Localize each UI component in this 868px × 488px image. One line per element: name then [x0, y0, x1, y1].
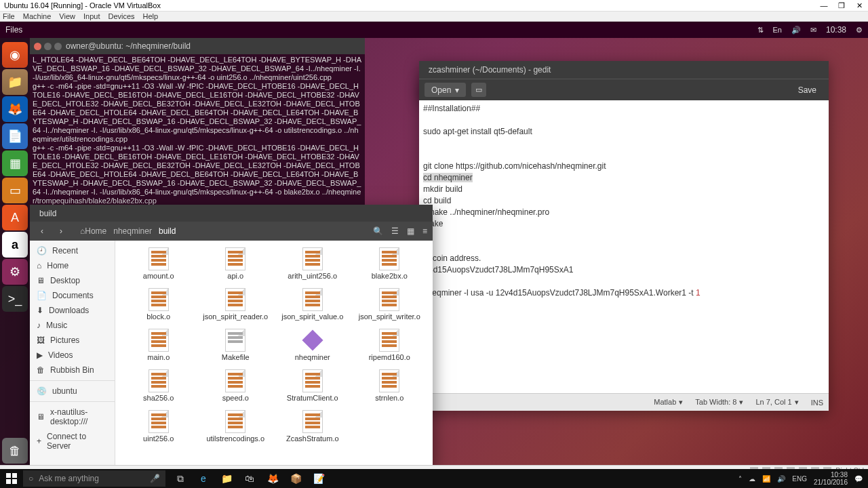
amazon-icon[interactable]: a — [2, 232, 28, 258]
file-item[interactable]: arith_uint256.o — [275, 247, 351, 287]
file-item[interactable]: StratumClient.o — [275, 369, 351, 409]
nautilus-grid[interactable]: amount.oapi.oarith_uint256.oblake2bx.obl… — [115, 241, 433, 469]
terminal-icon[interactable]: >_ — [2, 286, 28, 312]
settings-icon[interactable]: ⚙ — [2, 259, 28, 285]
file-item[interactable]: Makefile — [198, 329, 274, 368]
nautilus-window[interactable]: build ‹ › ⌂Home nheqminer build 🔍 ☰ ▦ ≡ … — [30, 205, 433, 469]
file-item[interactable]: api.o — [198, 247, 274, 287]
explorer-icon[interactable]: 📁 — [217, 469, 236, 488]
file-item[interactable]: ZcashStratum.o — [275, 410, 351, 449]
file-item[interactable]: speed.o — [198, 369, 274, 409]
file-item[interactable]: nheqminer — [275, 329, 351, 368]
clock[interactable]: 10:38 — [826, 25, 846, 35]
menu-file[interactable]: File — [3, 12, 15, 20]
menu-machine[interactable]: Machine — [23, 12, 52, 20]
nautilus-sidebar: 🕘Recent⌂Home🖥Desktop📄Documents⬇Downloads… — [30, 241, 115, 469]
writer-icon[interactable]: 📄 — [2, 123, 28, 149]
menu-devices[interactable]: Devices — [108, 12, 134, 20]
software-icon[interactable]: A — [2, 205, 28, 230]
back-button[interactable]: ‹ — [35, 226, 49, 236]
file-item[interactable]: json_spirit_value.o — [275, 288, 351, 327]
task-view-icon[interactable]: ⧉ — [171, 469, 190, 488]
tray-volume-icon[interactable]: 🔊 — [777, 475, 785, 483]
terminal-window[interactable]: owner@ubuntu: ~/nheqminer/build L_HTOLE6… — [30, 38, 365, 221]
volume-icon[interactable]: 🔊 — [791, 26, 801, 35]
trash-icon[interactable]: 🗑 — [2, 438, 28, 464]
calc-icon[interactable]: ▦ — [2, 150, 28, 176]
sidebar-item[interactable]: ⬇Downloads — [30, 303, 115, 318]
tray-chevron-icon[interactable]: ˄ — [738, 475, 742, 483]
file-item[interactable]: block.o — [121, 288, 197, 327]
notepad-icon[interactable]: 📝 — [309, 469, 328, 488]
sidebar-item[interactable]: 📄Documents — [30, 288, 115, 303]
file-item[interactable]: strnlen.o — [352, 369, 428, 409]
impress-icon[interactable]: ▭ — [2, 178, 28, 203]
dash-icon[interactable]: ◉ — [2, 42, 28, 68]
gedit-editor[interactable]: ##Installation## sudo apt-get install qt… — [419, 100, 829, 393]
terminal-output[interactable]: L_HTOLE64 -DHAVE_DECL_BE64TOH -DHAVE_DEC… — [30, 54, 365, 221]
file-item[interactable]: ripemd160.o — [352, 329, 428, 368]
file-item[interactable]: main.o — [121, 329, 197, 368]
firefox-taskbar-icon[interactable]: 🦊 — [263, 469, 282, 488]
sidebar-item[interactable]: 🖥x-nautilus-desktop:/// — [30, 405, 115, 429]
virtualbox-taskbar-icon[interactable]: 📦 — [286, 469, 305, 488]
tray-lang[interactable]: ENG — [792, 475, 807, 483]
files-icon[interactable]: 📁 — [2, 69, 28, 95]
tray-clock[interactable]: 10:3821/10/2016 — [814, 471, 848, 486]
sidebar-item[interactable]: 🕘Recent — [30, 243, 115, 258]
menu-help[interactable]: Help — [143, 12, 159, 20]
sidebar-item[interactable]: ▶Videos — [30, 348, 115, 363]
file-item[interactable]: json_spirit_reader.o — [198, 288, 274, 327]
file-item[interactable]: sha256.o — [121, 369, 197, 409]
menu-view[interactable]: View — [59, 12, 75, 20]
notification-icon[interactable]: 💬 — [854, 475, 863, 483]
minimize-icon[interactable] — [44, 43, 52, 50]
file-icon — [302, 329, 323, 352]
crumb-build[interactable]: build — [159, 226, 176, 236]
gear-icon[interactable]: ⚙ — [856, 26, 863, 35]
view-grid-icon[interactable]: ▦ — [407, 226, 414, 236]
mail-icon[interactable]: ✉ — [810, 26, 816, 35]
window-maximize[interactable]: ❐ — [837, 1, 846, 10]
status-tabwidth[interactable]: Tab Width: 8 ▾ — [695, 398, 743, 407]
store-icon[interactable]: 🛍 — [240, 469, 259, 488]
maximize-icon[interactable] — [54, 43, 62, 50]
file-item[interactable]: json_spirit_writer.o — [352, 288, 428, 327]
network-icon[interactable]: ⇅ — [757, 26, 764, 35]
file-item[interactable]: amount.o — [121, 247, 197, 287]
start-button[interactable] — [0, 469, 23, 488]
forward-button[interactable]: › — [54, 226, 68, 236]
sidebar-item[interactable]: +Connect to Server — [30, 429, 115, 453]
new-document-button[interactable]: ▭ — [471, 83, 486, 97]
menu-icon[interactable]: ≡ — [422, 226, 427, 236]
firefox-icon[interactable]: 🦊 — [2, 96, 28, 122]
crumb-nheqminer[interactable]: nheqminer — [113, 226, 152, 236]
menu-input[interactable]: Input — [83, 12, 100, 20]
view-list-icon[interactable]: ☰ — [391, 226, 399, 236]
window-close[interactable]: ✕ — [854, 1, 864, 10]
file-name: json_spirit_value.o — [281, 312, 343, 321]
sidebar-item[interactable]: 🖥Desktop — [30, 273, 115, 288]
crumb-home[interactable]: ⌂Home — [80, 226, 106, 236]
sidebar-item[interactable]: 🖼Pictures — [30, 333, 115, 348]
sidebar-item[interactable]: ♪Music — [30, 318, 115, 333]
cortana-search[interactable]: ○ Ask me anything 🎤 — [23, 470, 165, 487]
gedit-window[interactable]: zcashminer (~/Documents) - gedit Open▾ ▭… — [419, 61, 829, 411]
sidebar-item[interactable]: 🗑Rubbish Bin — [30, 363, 115, 378]
status-lang[interactable]: Matlab ▾ — [654, 398, 683, 407]
tray-network-icon[interactable]: 📶 — [762, 475, 770, 483]
tray-onedrive-icon[interactable]: ☁ — [749, 475, 755, 483]
save-button[interactable]: Save — [791, 83, 823, 97]
file-item[interactable]: blake2bx.o — [352, 247, 428, 287]
mic-icon[interactable]: 🎤 — [150, 474, 160, 483]
sidebar-item[interactable]: ⌂Home — [30, 258, 115, 273]
close-icon[interactable] — [34, 43, 41, 50]
file-item[interactable]: utilstrencodings.o — [198, 410, 274, 449]
sidebar-item[interactable]: 💿ubuntu — [30, 384, 115, 399]
search-icon[interactable]: 🔍 — [373, 226, 383, 236]
open-button[interactable]: Open▾ — [425, 83, 466, 97]
edge-icon[interactable]: e — [194, 469, 213, 488]
keyboard-indicator[interactable]: En — [773, 26, 782, 34]
file-item[interactable]: uint256.o — [121, 410, 197, 449]
window-minimize[interactable]: — — [819, 1, 829, 10]
